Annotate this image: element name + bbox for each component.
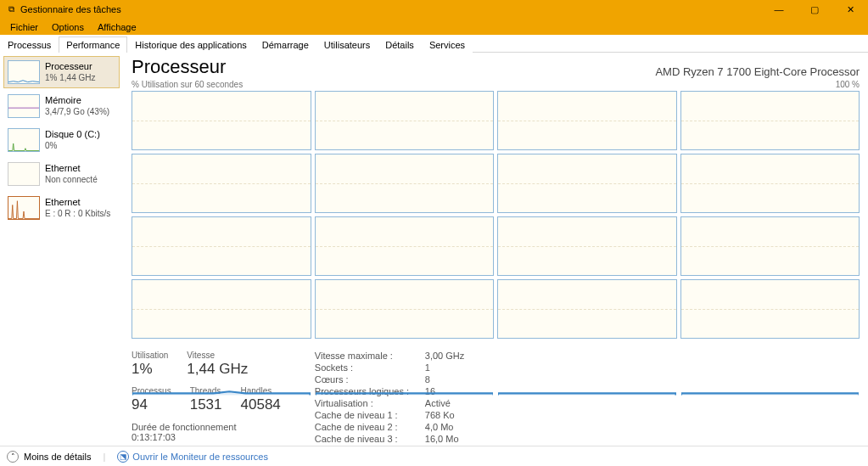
core-graph-5[interactable] <box>315 154 495 213</box>
core-graph-14[interactable] <box>497 279 677 339</box>
core-graph-7[interactable] <box>680 154 860 213</box>
page-title: Processeur <box>132 56 226 78</box>
sidebar-item-sub: 3,4/7,9 Go (43%) <box>45 107 109 117</box>
sidebar-item-sub: 1% 1,44 GHz <box>45 73 95 83</box>
core-graph-13[interactable] <box>315 279 495 339</box>
window-title: Gestionnaire des tâches <box>20 4 761 14</box>
close-button[interactable]: ✕ <box>832 0 868 19</box>
tab-startup[interactable]: Démarrage <box>255 36 316 53</box>
core-graph-15[interactable] <box>680 279 860 339</box>
sidebar-item-ethernet-2[interactable]: EthernetE : 0 R : 0 Kbits/s <box>3 192 120 224</box>
open-resource-monitor-link[interactable]: ⬔ Ouvrir le Moniteur de ressources <box>117 451 268 463</box>
core-graph-10[interactable] <box>497 216 677 276</box>
tab-users[interactable]: Utilisateurs <box>316 36 378 53</box>
graph-xaxis-label: % Utilisation sur 60 secondes <box>132 80 243 89</box>
core-graph-3[interactable] <box>680 91 860 150</box>
app-icon: ⧉ <box>5 3 17 15</box>
sidebar-item-label: Disque 0 (C:) <box>45 129 100 140</box>
core-graph-1[interactable] <box>315 91 495 150</box>
minimize-button[interactable]: — <box>761 0 797 19</box>
tab-app-history[interactable]: Historique des applications <box>127 36 254 53</box>
graph-ymax-label: 100 % <box>836 80 860 89</box>
core-graph-8[interactable] <box>132 216 311 276</box>
ethernet-thumb-icon <box>8 196 40 220</box>
core-graph-6[interactable] <box>497 154 677 213</box>
sidebar-item-label: Ethernet <box>45 163 98 174</box>
tabbar: Processus Performance Historique des app… <box>0 35 868 53</box>
sidebar: Processeur1% 1,44 GHz Mémoire3,4/7,9 Go … <box>0 53 123 446</box>
fewer-details-label: Moins de détails <box>24 452 92 462</box>
sidebar-item-cpu[interactable]: Processeur1% 1,44 GHz <box>3 56 120 88</box>
memory-thumb-icon <box>8 94 40 118</box>
sidebar-item-disk[interactable]: Disque 0 (C:)0% <box>3 124 120 156</box>
footer: ˄ Moins de détails | ⬔ Ouvrir le Moniteu… <box>0 446 868 466</box>
core-graph-grid[interactable] <box>132 91 860 339</box>
monitor-icon: ⬔ <box>117 451 129 463</box>
menu-file[interactable]: Fichier <box>3 20 45 34</box>
titlebar[interactable]: ⧉ Gestionnaire des tâches — ▢ ✕ <box>0 0 868 19</box>
menu-view[interactable]: Affichage <box>91 20 143 34</box>
sidebar-item-sub: E : 0 R : 0 Kbits/s <box>45 209 110 219</box>
core-graph-11[interactable] <box>680 216 860 276</box>
tab-details[interactable]: Détails <box>378 36 422 53</box>
ethernet-thumb-icon <box>8 162 40 186</box>
main-panel: Processeur AMD Ryzen 7 1700 Eight-Core P… <box>123 53 868 446</box>
sidebar-item-label: Mémoire <box>45 95 109 106</box>
sidebar-item-sub: 0% <box>45 141 100 151</box>
core-graph-9[interactable] <box>315 216 495 276</box>
fewer-details-button[interactable]: ˄ Moins de détails <box>7 451 92 463</box>
tab-performance[interactable]: Performance <box>59 36 127 53</box>
menu-options[interactable]: Options <box>45 20 91 34</box>
sidebar-item-ethernet-1[interactable]: EthernetNon connecté <box>3 158 120 190</box>
sidebar-item-label: Processeur <box>45 61 95 72</box>
resource-monitor-label: Ouvrir le Moniteur de ressources <box>132 452 268 462</box>
cpu-thumb-icon <box>8 60 40 84</box>
menubar: Fichier Options Affichage <box>0 19 868 35</box>
sidebar-item-label: Ethernet <box>45 197 110 208</box>
cpu-model-name: AMD Ryzen 7 1700 Eight-Core Processor <box>655 65 860 78</box>
core-graph-2[interactable] <box>497 91 677 150</box>
maximize-button[interactable]: ▢ <box>797 0 832 19</box>
core-graph-4[interactable] <box>132 154 311 213</box>
sidebar-item-sub: Non connecté <box>45 175 98 185</box>
core-graph-0[interactable] <box>132 91 311 150</box>
core-graph-12[interactable] <box>132 279 311 339</box>
tab-processes[interactable]: Processus <box>0 36 59 53</box>
sidebar-item-memory[interactable]: Mémoire3,4/7,9 Go (43%) <box>3 90 120 122</box>
chevron-up-icon: ˄ <box>7 451 19 463</box>
tab-services[interactable]: Services <box>422 36 473 53</box>
disk-thumb-icon <box>8 128 40 152</box>
